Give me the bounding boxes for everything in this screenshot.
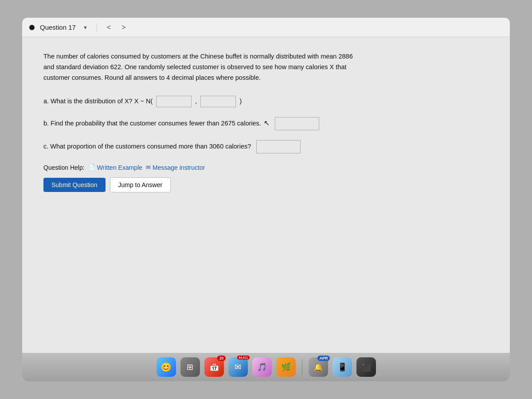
app3-icon: ⬛ [362,363,371,372]
question-line3: customer consumes. Round all answers to … [43,74,261,81]
part-b-label: b. Find the probability that the custome… [43,120,261,127]
jump-to-answer-button[interactable]: Jump to Answer [110,177,171,192]
calendar-badge: 20 [217,356,225,361]
content-area: The number of calories consumed by custo… [22,37,510,381]
question-line1: The number of calories consumed by custo… [43,53,353,60]
mail-badge: 44,411 [237,356,249,360]
finder-icon: 😊 [160,362,172,372]
part-c-answer-input[interactable] [256,140,301,153]
dock-app2[interactable]: 📱 [332,357,352,377]
part-b: b. Find the probability that the custome… [43,117,489,130]
submit-question-button[interactable]: Submit Question [43,178,106,192]
dock-divider [302,359,302,375]
document-icon: 📄 [88,164,95,171]
dock-finder[interactable]: 😊 [156,357,176,377]
part-a-input-std[interactable] [200,96,236,107]
message-instructor-link[interactable]: ✉ Message instructor [146,164,205,171]
title-bar: Question 17 ▼ < > [22,18,510,37]
dock-calendar[interactable]: 📅 20 [204,357,224,377]
dock-app1[interactable]: 🌿 [276,357,296,377]
question-text: The number of calories consumed by custo… [43,51,389,83]
mail-icon: ✉ [146,164,151,171]
dock-music[interactable]: 🎵 [252,357,272,377]
nav-prev-button[interactable]: < [104,23,113,32]
written-example-link[interactable]: 📄 Written Example [88,164,142,171]
part-a-label: a. What is the distribution of X? X ~ N( [43,98,153,105]
part-a-comma: , [195,98,197,105]
part-a-input-mean[interactable] [156,96,192,107]
cursor-icon: ↖ [264,119,270,127]
part-c: c. What proportion of the customers cons… [43,140,489,153]
app1-icon: 🌿 [281,362,291,372]
screen-wrapper: Question 17 ▼ < > The number of calories… [22,18,510,381]
nav-next-button[interactable]: > [119,23,128,32]
app2-icon: 📱 [337,362,347,372]
part-b-answer-input[interactable] [275,117,319,130]
dock-notification[interactable]: 🔔 APR [309,357,328,377]
notification-badge: APR [317,356,329,361]
calendar-icon: 📅 [209,362,219,372]
dropdown-arrow-icon: ▼ [83,25,88,30]
help-label: Question Help: [43,164,85,171]
part-c-label: c. What proportion of the customers cons… [43,143,251,150]
mail-icon: ✉ [235,362,241,372]
dock-launchpad[interactable]: ⊞ [180,357,200,377]
button-row: Submit Question Jump to Answer [43,177,489,192]
dock-bar: 😊 ⊞ 📅 20 ✉ 44,411 🎵 🌿 🔔 APR 📱 ⬛ [22,353,510,381]
question-help-row: Question Help: 📄 Written Example ✉ Messa… [43,164,489,171]
notification-icon: 🔔 [314,363,323,372]
part-a-suffix: ) [239,98,242,105]
question-indicator [29,25,35,30]
launchpad-icon: ⊞ [187,362,193,372]
dock-mail[interactable]: ✉ 44,411 [228,357,248,377]
written-example-label: Written Example [97,164,142,171]
question-title: Question 17 [40,23,76,31]
message-instructor-label: Message instructor [153,164,205,171]
music-icon: 🎵 [257,362,267,372]
nav-dropdown[interactable]: ▼ [81,24,90,31]
question-line2: and standard deviation 622. One randomly… [43,63,347,70]
nav-separator [97,23,97,32]
dock-app3[interactable]: ⬛ [356,357,376,377]
part-a: a. What is the distribution of X? X ~ N(… [43,96,489,107]
